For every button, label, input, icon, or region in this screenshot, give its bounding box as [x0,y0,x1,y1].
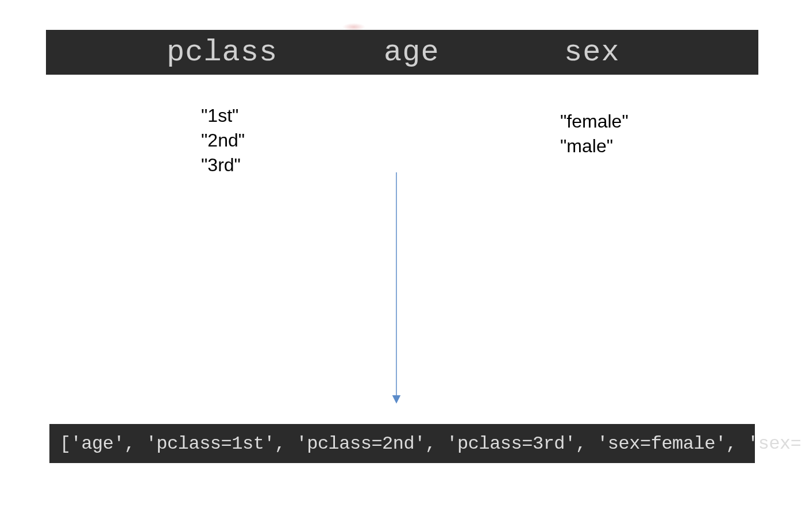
sex-value: "male" [560,134,629,159]
pclass-value: "2nd" [201,128,245,153]
sex-value: "female" [560,109,629,134]
pclass-value: "3rd" [201,153,245,178]
output-bar: ['age', 'pclass=1st', 'pclass=2nd', 'pcl… [49,424,755,463]
header-column-sex: sex [564,36,620,70]
pclass-value: "1st" [201,103,245,128]
diagram-canvas: pclass age sex "1st" "2nd" "3rd" "female… [46,23,758,511]
arrow-down-icon [385,172,408,408]
header-column-age: age [384,36,439,70]
output-text: ['age', 'pclass=1st', 'pclass=2nd', 'pcl… [60,433,802,454]
sex-values-list: "female" "male" [560,109,629,159]
header-column-pclass: pclass [167,36,277,70]
pclass-values-list: "1st" "2nd" "3rd" [201,103,245,178]
column-header-bar: pclass age sex [46,30,758,75]
